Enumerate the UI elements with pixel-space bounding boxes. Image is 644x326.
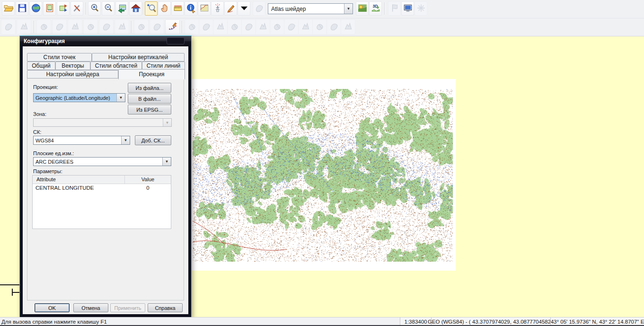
dialog-titlebar[interactable]: Конфигурация <box>20 36 191 46</box>
units-select[interactable]: ARC DEGREES ▼ <box>33 157 171 166</box>
grid-edit-icon <box>286 21 297 33</box>
save-button[interactable] <box>16 1 28 16</box>
tools-dropdown-button[interactable] <box>238 1 250 16</box>
zone-label: Зона: <box>33 111 46 117</box>
redo-icon <box>19 21 29 33</box>
crs-select[interactable]: WGS84 ▼ <box>33 136 130 145</box>
units-label: Плоские ед.изм.: <box>33 150 74 156</box>
smooth-vector-button <box>227 19 242 35</box>
profile-chart-button[interactable] <box>198 1 211 16</box>
rotate-vector-button <box>241 19 256 35</box>
undo-icon <box>3 21 14 33</box>
home-view-button[interactable] <box>129 1 142 16</box>
create-object-button <box>36 19 51 35</box>
measure-ruler-button[interactable] <box>171 1 184 16</box>
chevron-down-icon[interactable]: ▼ <box>344 4 353 14</box>
window-fragment-line <box>12 292 20 293</box>
toolbar-separator <box>384 2 385 15</box>
delete-object-icon <box>86 21 96 33</box>
table-row[interactable]: CENTRAL LONGITUDE0 <box>33 184 171 192</box>
help-button[interactable]: Справка <box>148 303 183 312</box>
previous-view-icon <box>117 3 127 15</box>
open-folder-button[interactable] <box>2 1 15 16</box>
main-toolbar: Atlas шейдер ▼ 3D <box>0 0 644 18</box>
legend-screen-button[interactable] <box>401 1 414 16</box>
vector-edit-button[interactable] <box>165 19 180 35</box>
object-info-button[interactable] <box>185 1 197 16</box>
visibility-tower-button[interactable] <box>211 1 224 16</box>
view-3d-button[interactable]: 3D <box>369 1 382 16</box>
toolbar-separator <box>86 2 86 15</box>
chevron-down-icon[interactable]: ▼ <box>116 94 125 102</box>
zoom-select-tool-button[interactable] <box>145 1 158 16</box>
close-button[interactable] <box>167 37 185 44</box>
pan-hand-button[interactable] <box>158 1 171 16</box>
shader-select-value: Atlas шейдер <box>268 6 344 12</box>
grid-edit-button <box>284 19 299 35</box>
cut-vector-button <box>213 19 228 35</box>
delete-object-button <box>83 19 98 35</box>
copy-object-button <box>99 19 114 35</box>
status-scale: 1:383400 <box>400 317 431 326</box>
dialog-content: Стили точекНастройки вертикалей ОбщийВек… <box>23 46 188 314</box>
redo-button <box>17 19 31 35</box>
create-object-icon <box>39 21 49 33</box>
to-file-button[interactable]: В файл... <box>128 94 171 104</box>
flag-tool-icon <box>389 3 400 15</box>
cancel-button[interactable]: Отмена <box>73 303 108 312</box>
zone-select-value <box>34 119 163 126</box>
zoom-out-button[interactable] <box>102 1 115 16</box>
toolbar-separator <box>143 2 143 15</box>
chevron-down-icon[interactable]: ▼ <box>121 136 130 144</box>
erase-area-button <box>341 19 355 35</box>
spline-vector-button <box>270 19 284 35</box>
copy-vector-icon <box>201 21 212 33</box>
projection-select[interactable]: Geographic (Latitude/Longitude) ▼ <box>33 93 125 102</box>
chevron-down-icon[interactable]: ▼ <box>162 158 171 166</box>
draw-pencil-button[interactable] <box>224 1 237 16</box>
from-epsg-button[interactable]: Из EPSG... <box>128 105 171 115</box>
zoom-select-tool-icon <box>146 3 157 15</box>
from-file-button[interactable]: Из файла... <box>128 83 171 93</box>
tab-vertical-settings[interactable]: Настройки вертикалей <box>92 53 185 62</box>
map-view[interactable] <box>192 79 456 271</box>
map-export-button[interactable] <box>57 1 70 16</box>
zoom-in-icon <box>89 3 100 15</box>
application-window: { "colors":{"client_background":"#ffffc8… <box>0 0 644 326</box>
zoom-in-button[interactable] <box>88 1 101 16</box>
params-table-header: AttributeValue <box>33 176 171 184</box>
status-dms-coordinates: 43° 05' 15.9736" N, 43° 22' 14.8707" E <box>550 317 644 326</box>
crs-label: СК: <box>33 129 41 135</box>
settings-tools-button[interactable] <box>71 1 83 16</box>
save-icon <box>17 3 27 15</box>
attribute-paste-button <box>312 19 327 35</box>
split-object-icon <box>136 21 147 33</box>
visibility-tower-icon <box>212 3 223 15</box>
tab-shader-settings[interactable]: Настройки шейдера <box>27 70 118 79</box>
attribute-paste-icon <box>315 21 325 33</box>
previous-view-button[interactable] <box>115 1 128 16</box>
ok-button[interactable]: OK <box>35 303 70 312</box>
scale-vector-button <box>256 19 270 35</box>
add-crs-button[interactable]: Доб. СК... <box>135 135 171 145</box>
globe-icon <box>31 3 41 15</box>
edit-object-button <box>52 19 67 35</box>
globe-button[interactable] <box>29 1 42 16</box>
shader-toggle-button[interactable] <box>356 1 369 16</box>
tab-vectors[interactable]: Векторы <box>55 62 90 70</box>
tab-point-styles[interactable]: Стили точек <box>27 53 92 62</box>
status-help-text: Для вызова справки нажмите клавишу F1 <box>0 317 400 326</box>
view-3d-icon: 3D <box>371 3 381 15</box>
attribute-copy-button <box>298 19 313 35</box>
measure-ruler-icon <box>173 3 183 15</box>
attribute-cell: CENTRAL LONGITUDE <box>33 184 125 192</box>
shader-select[interactable]: Atlas шейдер ▼ <box>268 3 353 14</box>
map-page-button[interactable] <box>43 1 56 16</box>
attribute-copy-icon <box>300 21 311 33</box>
move-object-icon <box>70 21 80 33</box>
tab-general[interactable]: Общий <box>27 62 55 70</box>
units-select-value: ARC DEGREES <box>34 158 162 166</box>
params-table[interactable]: AttributeValueCENTRAL LONGITUDE0 <box>32 175 171 229</box>
tab-projection[interactable]: Проекция <box>118 69 185 79</box>
legend-screen-icon <box>403 3 413 15</box>
